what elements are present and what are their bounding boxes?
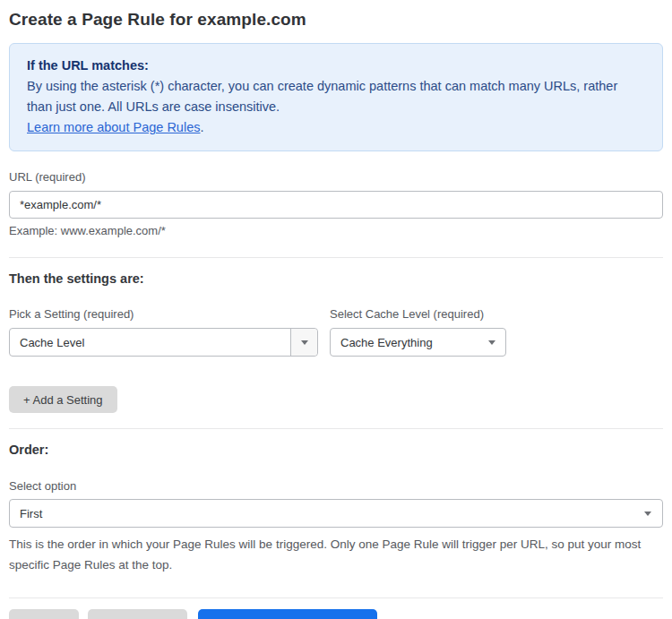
- url-field-label: URL (required): [9, 170, 663, 184]
- order-section-heading: Order:: [9, 443, 663, 457]
- divider: [9, 428, 663, 429]
- setting-picker-dropdown[interactable]: Cache Level: [9, 328, 318, 357]
- save-as-draft-button[interactable]: Save as Draft: [88, 609, 187, 619]
- order-dropdown[interactable]: First: [9, 499, 663, 528]
- url-input[interactable]: [9, 191, 663, 219]
- cache-level-column: Select Cache Level (required) Cache Ever…: [330, 307, 506, 357]
- cache-level-value: Cache Everything: [331, 336, 478, 349]
- learn-more-link[interactable]: Learn more about Page Rules: [27, 120, 200, 134]
- page-rule-form: Create a Page Rule for example.com If th…: [0, 10, 672, 619]
- order-value: First: [10, 507, 633, 520]
- dropdown-arrow-cell: [633, 512, 662, 516]
- chevron-down-icon: [644, 512, 651, 516]
- dropdown-arrow-cell: [290, 329, 317, 356]
- link-suffix: .: [200, 120, 203, 134]
- setting-picker-value: Cache Level: [10, 336, 290, 349]
- page-title: Create a Page Rule for example.com: [9, 10, 663, 30]
- cache-level-dropdown[interactable]: Cache Everything: [330, 328, 506, 357]
- settings-row: Pick a Setting (required) Cache Level Se…: [9, 307, 663, 357]
- cancel-button[interactable]: Cancel: [9, 609, 79, 619]
- add-setting-button[interactable]: + Add a Setting: [9, 386, 117, 413]
- divider: [9, 257, 663, 258]
- settings-section-heading: Then the settings are:: [9, 271, 663, 286]
- chevron-down-icon: [301, 340, 308, 345]
- setting-picker-column: Pick a Setting (required) Cache Level: [9, 307, 318, 357]
- actions-row: Cancel Save as Draft Save and Deploy Pag…: [9, 609, 663, 619]
- url-field-helper: Example: www.example.com/*: [9, 224, 663, 237]
- setting-picker-label: Pick a Setting (required): [9, 307, 318, 321]
- order-helper-text: This is the order in which your Page Rul…: [9, 534, 645, 575]
- info-box-heading: If the URL matches:: [27, 56, 645, 76]
- order-select-label: Select option: [9, 479, 663, 493]
- info-box-body: By using the asterisk (*) character, you…: [27, 76, 618, 117]
- divider: [9, 598, 663, 598]
- chevron-down-icon: [488, 340, 495, 345]
- save-and-deploy-button[interactable]: Save and Deploy Page Rule: [198, 609, 376, 619]
- cache-level-label: Select Cache Level (required): [330, 307, 506, 321]
- info-link-line: Learn more about Page Rules.: [27, 117, 645, 138]
- dropdown-arrow-cell: [478, 340, 505, 345]
- url-match-info-box: If the URL matches: By using the asteris…: [9, 43, 663, 151]
